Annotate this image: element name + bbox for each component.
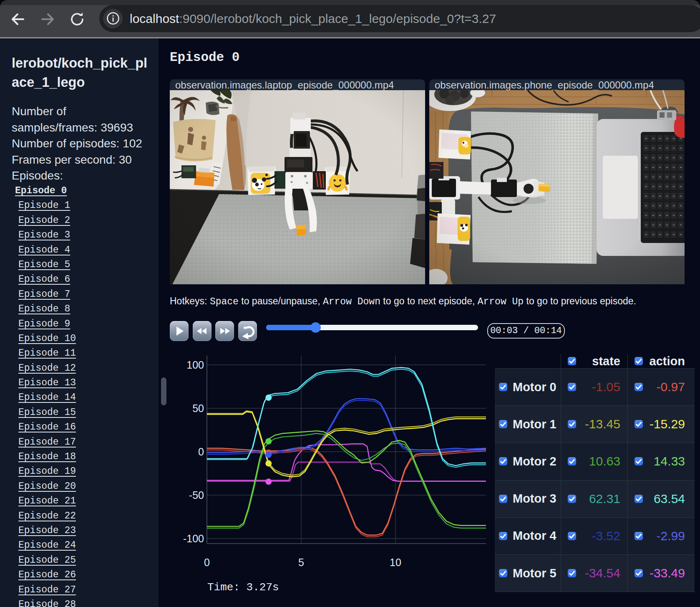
svg-text:Time: 3.27s: Time: 3.27s — [207, 581, 279, 594]
svg-text:5: 5 — [298, 556, 304, 568]
svg-text:-50: -50 — [189, 489, 204, 501]
svg-text:100: 100 — [186, 359, 204, 371]
svg-text:10: 10 — [390, 556, 401, 568]
svg-text:50: 50 — [192, 402, 204, 414]
svg-text:0: 0 — [204, 556, 210, 568]
svg-text:0: 0 — [198, 446, 204, 458]
svg-text:-100: -100 — [183, 533, 204, 544]
